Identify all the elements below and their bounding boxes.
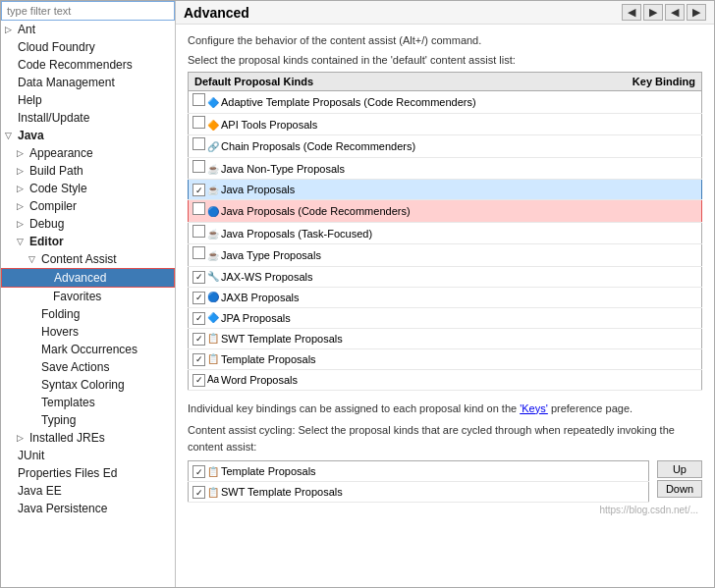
description: Configure the behavior of the content as… bbox=[188, 34, 702, 46]
tree-item-code-recommenders[interactable]: Code Recommenders bbox=[1, 56, 175, 74]
proposal-icon-7: ☕ bbox=[205, 248, 221, 264]
filter-input[interactable] bbox=[1, 1, 175, 21]
tree-item-compiler[interactable]: ▷Compiler bbox=[1, 197, 175, 215]
expand-icon-installed-jres: ▷ bbox=[17, 433, 27, 443]
tree-item-advanced[interactable]: Advanced bbox=[1, 268, 175, 288]
nav-back2-btn[interactable]: ◀ bbox=[665, 4, 685, 21]
tree-label-installed-jres: Installed JREs bbox=[29, 431, 105, 445]
proposal-row: ☕Java Proposals (Task-Focused) bbox=[189, 222, 702, 244]
checkbox-9[interactable] bbox=[192, 292, 205, 304]
checkbox-12[interactable] bbox=[192, 353, 205, 366]
checkbox-13[interactable] bbox=[192, 374, 205, 387]
tree-item-content-assist[interactable]: ▽Content Assist bbox=[1, 250, 175, 268]
tree-item-hovers[interactable]: Hovers bbox=[1, 323, 175, 341]
down-button[interactable]: Down bbox=[657, 480, 702, 498]
tree-item-java-persistence[interactable]: Java Persistence bbox=[1, 500, 175, 517]
expand-icon-editor: ▽ bbox=[17, 237, 27, 246]
tree-label-junit: JUnit bbox=[18, 449, 44, 462]
expand-icon-compiler: ▷ bbox=[17, 201, 27, 211]
tree-item-junit[interactable]: JUnit bbox=[1, 447, 175, 464]
expand-icon-java: ▽ bbox=[5, 131, 15, 140]
cycling-table: 📋Template Proposals📋SWT Template Proposa… bbox=[188, 460, 649, 503]
tree-item-templates[interactable]: Templates bbox=[1, 394, 175, 411]
tree-item-favorites[interactable]: Favorites bbox=[1, 288, 175, 305]
cycling-icon-1: 📋 bbox=[205, 484, 221, 500]
tree-label-typing: Typing bbox=[41, 413, 76, 427]
key-binding-2 bbox=[624, 135, 702, 158]
tree-item-debug[interactable]: ▷Debug bbox=[1, 215, 175, 233]
tree-label-compiler: Compiler bbox=[29, 199, 77, 213]
tree-item-code-style[interactable]: ▷Code Style bbox=[1, 180, 175, 197]
tree-item-installed-jres[interactable]: ▷Installed JREs bbox=[1, 429, 175, 447]
tree-item-save-actions[interactable]: Save Actions bbox=[1, 358, 175, 376]
tree-item-build-path[interactable]: ▷Build Path bbox=[1, 162, 175, 180]
checkbox-4[interactable] bbox=[192, 184, 205, 196]
cycling-icon-0: 📋 bbox=[205, 463, 221, 479]
checkbox-6[interactable] bbox=[192, 225, 205, 238]
checkbox-2[interactable] bbox=[192, 137, 205, 150]
key-binding-5 bbox=[624, 200, 702, 223]
tree-label-save-actions: Save Actions bbox=[41, 360, 109, 374]
nav-forward-btn[interactable]: ▶ bbox=[643, 4, 663, 21]
key-binding-1 bbox=[624, 113, 702, 135]
checkbox-0[interactable] bbox=[192, 93, 205, 106]
proposal-icon-12: 📋 bbox=[205, 351, 221, 367]
tree-item-install-update[interactable]: Install/Update bbox=[1, 109, 175, 127]
tree-item-appearance[interactable]: ▷Appearance bbox=[1, 144, 175, 162]
tree-item-java[interactable]: ▽Java bbox=[1, 127, 175, 144]
nav-back-btn[interactable]: ◀ bbox=[622, 4, 641, 21]
cycling-label-1: SWT Template Proposals bbox=[221, 486, 343, 498]
tree-item-cloud-foundry[interactable]: Cloud Foundry bbox=[1, 38, 175, 56]
tree-item-help[interactable]: Help bbox=[1, 91, 175, 109]
checkbox-3[interactable] bbox=[192, 160, 205, 173]
checkbox-11[interactable] bbox=[192, 333, 205, 346]
proposal-label-4: Java Proposals bbox=[221, 184, 295, 195]
tree-item-typing[interactable]: Typing bbox=[1, 411, 175, 429]
cycling-checkbox-1[interactable] bbox=[192, 486, 205, 499]
nav-arrows: ◀ ▶ ◀ ▶ bbox=[622, 4, 706, 21]
nav-forward2-btn[interactable]: ▶ bbox=[687, 4, 706, 21]
proposal-label-3: Java Non-Type Proposals bbox=[221, 163, 345, 175]
tree-label-templates: Templates bbox=[41, 396, 95, 409]
checkbox-10[interactable] bbox=[192, 312, 205, 325]
tree-item-folding[interactable]: Folding bbox=[1, 305, 175, 323]
key-binding-3 bbox=[624, 157, 702, 180]
checkbox-8[interactable] bbox=[192, 271, 205, 284]
tree-label-hovers: Hovers bbox=[41, 325, 79, 339]
proposal-icon-4: ☕ bbox=[205, 182, 221, 197]
tree-label-appearance: Appearance bbox=[29, 146, 93, 160]
info-text: Individual key bindings can be assigned … bbox=[188, 401, 702, 417]
section-title: Select the proposal kinds contained in t… bbox=[188, 54, 702, 66]
up-button[interactable]: Up bbox=[657, 460, 702, 478]
key-binding-11 bbox=[624, 328, 702, 348]
cycling-checkbox-0[interactable] bbox=[192, 465, 205, 478]
tree-item-properties-files-ed[interactable]: Properties Files Ed bbox=[1, 464, 175, 482]
proposal-label-13: Word Proposals bbox=[221, 373, 298, 385]
cycling-table-wrap: 📋Template Proposals📋SWT Template Proposa… bbox=[188, 460, 649, 503]
tree-label-ant: Ant bbox=[18, 23, 35, 36]
tree-label-java: Java bbox=[18, 129, 44, 142]
tree-item-ant[interactable]: ▷Ant bbox=[1, 21, 175, 38]
key-binding-4 bbox=[624, 180, 702, 200]
keys-link[interactable]: 'Keys' bbox=[520, 402, 548, 414]
proposal-row: 🔵Java Proposals (Code Recommenders) bbox=[189, 200, 702, 223]
tree-item-java-ee[interactable]: Java EE bbox=[1, 482, 175, 500]
proposals-table: Default Proposal Kinds Key Binding 🔷Adap… bbox=[188, 72, 702, 391]
tree-item-editor[interactable]: ▽Editor bbox=[1, 233, 175, 250]
tree-label-syntax-coloring: Syntax Coloring bbox=[41, 378, 125, 392]
proposal-row: ☕Java Non-Type Proposals bbox=[189, 157, 702, 180]
proposal-icon-13: Aa bbox=[205, 372, 221, 388]
checkbox-7[interactable] bbox=[192, 246, 205, 259]
checkbox-5[interactable] bbox=[192, 202, 205, 215]
tree-item-mark-occurrences[interactable]: Mark Occurrences bbox=[1, 341, 175, 358]
proposal-row: 📋Template Proposals bbox=[189, 348, 702, 369]
key-binding-9 bbox=[624, 287, 702, 307]
tree-item-data-management[interactable]: Data Management bbox=[1, 74, 175, 91]
proposal-row: 🔵JAXB Proposals bbox=[189, 287, 702, 307]
tree-label-mark-occurrences: Mark Occurrences bbox=[41, 343, 138, 356]
checkbox-1[interactable] bbox=[192, 116, 205, 129]
tree-item-syntax-coloring[interactable]: Syntax Coloring bbox=[1, 376, 175, 394]
key-binding-12 bbox=[624, 348, 702, 369]
proposal-icon-9: 🔵 bbox=[205, 290, 221, 305]
tree-label-properties-files-ed: Properties Files Ed bbox=[18, 466, 117, 480]
